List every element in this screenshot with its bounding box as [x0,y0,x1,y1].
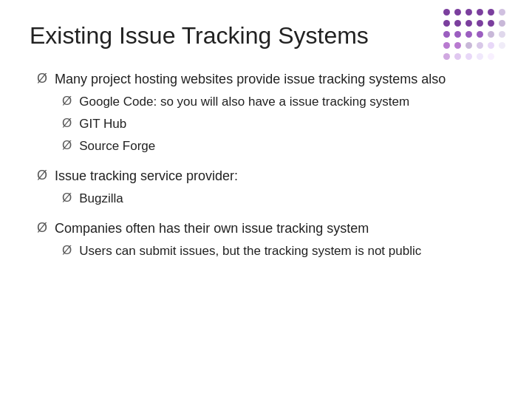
dot-12 [499,20,505,27]
dot-34 [510,53,516,60]
bullet-1-text: Many project hosting websites provide is… [55,72,446,86]
dot-21 [443,42,450,49]
dot-grid-decoration [443,9,519,62]
bullet-1: Ø Many project hosting websites provide … [37,70,502,160]
slide: Existing Issue Tracking Systems Ø Many p… [0,0,532,399]
bullet-3: Ø Companies often has their own issue tr… [37,219,502,265]
dot-27 [510,42,516,49]
dot-3 [477,9,483,16]
dot-33 [499,53,505,60]
bullet-1-marker: Ø [37,71,47,86]
dot-9 [466,20,472,27]
dot-6 [510,9,516,16]
bullet-1-sub-3-marker: Ø [62,138,72,153]
bullet-3-content: Companies often has their own issue trac… [55,219,421,265]
bullet-2-marker: Ø [37,168,47,183]
bullet-3-sub-1-text: Users can submit issues, but the trackin… [79,242,421,260]
bullet-3-sub: Ø Users can submit issues, but the track… [62,242,421,260]
bullet-1-content: Many project hosting websites provide is… [55,70,446,160]
bullet-2-sub: Ø Bugzilla [62,190,238,208]
bullet-3-sub-1-marker: Ø [62,243,72,258]
dot-22 [454,42,461,49]
dot-11 [488,20,494,27]
dot-14 [443,31,450,38]
bullet-2-sub-1-text: Bugzilla [79,190,123,208]
bullet-1-sub-2-marker: Ø [62,116,72,131]
bullet-3-text: Companies often has their own issue trac… [55,221,369,236]
dot-18 [488,31,494,38]
dot-24 [477,42,483,49]
dot-20 [510,31,516,38]
dot-16 [466,31,472,38]
dot-32 [488,53,494,60]
bullet-3-marker: Ø [37,220,47,236]
bullet-1-sub-2-text: GIT Hub [79,115,126,133]
bullet-2-text: Issue tracking service provider: [55,168,238,183]
dot-30 [466,53,472,60]
dot-10 [477,20,483,27]
bullet-1-sub-1-marker: Ø [62,94,72,109]
bullet-1-sub-3-text: Source Forge [79,137,155,155]
slide-title: Existing Issue Tracking Systems [30,22,502,50]
dot-2 [466,9,472,16]
slide-content: Ø Many project hosting websites provide … [30,70,502,265]
dot-17 [477,31,483,38]
bullet-1-sub-1-text: Google Code: so you will also have a iss… [79,93,409,111]
dot-4 [488,9,494,16]
dot-1 [454,9,461,16]
bullet-2-sub-1-marker: Ø [62,191,72,205]
bullet-1-sub-2: Ø GIT Hub [62,115,446,133]
bullet-3-sub-1: Ø Users can submit issues, but the track… [62,242,421,260]
bullet-2-content: Issue tracking service provider: Ø Bugzi… [55,167,238,212]
dot-23 [466,42,472,49]
dot-19 [499,31,505,38]
dot-0 [443,9,450,16]
dot-15 [454,31,461,38]
dot-8 [454,20,461,27]
bullet-2-sub-1: Ø Bugzilla [62,190,238,208]
bullet-2: Ø Issue tracking service provider: Ø Bug… [37,167,502,212]
bullet-1-sub-3: Ø Source Forge [62,137,446,155]
dot-13 [510,20,516,27]
dot-28 [443,53,450,60]
bullet-1-sub-1: Ø Google Code: so you will also have a i… [62,93,446,111]
dot-25 [488,42,494,49]
dot-31 [477,53,483,60]
dot-29 [454,53,461,60]
bullet-1-sub: Ø Google Code: so you will also have a i… [62,93,446,154]
dot-26 [499,42,505,49]
dot-7 [443,20,450,27]
dot-5 [499,9,505,16]
